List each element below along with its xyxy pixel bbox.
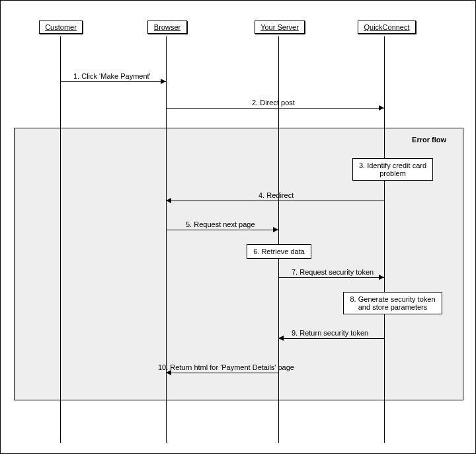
note-8-label: 8. Generate security token and store par…	[350, 295, 435, 311]
lifeline-quickconnect	[384, 36, 385, 443]
note-6: 6. Retrieve data	[247, 244, 311, 259]
message-5-line	[166, 230, 278, 230]
message-10-arrow	[166, 370, 171, 375]
actor-quickconnect-label: QuickConnect	[364, 23, 409, 31]
message-2-label: 2. Direct post	[252, 99, 295, 107]
actor-customer: Customer	[39, 21, 83, 34]
message-1-label: 1. Click 'Make Payment'	[73, 72, 151, 80]
message-7-line	[278, 277, 384, 278]
note-8: 8. Generate security token and store par…	[343, 292, 442, 314]
message-9-line	[278, 338, 384, 339]
message-7-arrow	[379, 275, 384, 280]
message-2-arrow	[379, 105, 384, 111]
actor-customer-label: Customer	[45, 23, 77, 31]
note-3: 3. Identify credit card problem	[352, 158, 433, 181]
message-4-label: 4. Redirect	[258, 191, 294, 199]
lifeline-customer	[60, 36, 61, 443]
message-4-arrow	[166, 198, 171, 203]
message-10-line	[166, 373, 278, 373]
message-9-label: 9. Return security token	[292, 329, 368, 337]
error-flow-label: Error flow	[412, 136, 446, 144]
lifeline-browser	[166, 36, 167, 443]
message-4-line	[166, 201, 384, 201]
actor-quickconnect: QuickConnect	[358, 21, 416, 34]
message-10-label: 10. Return html for 'Payment Details' pa…	[158, 363, 294, 371]
message-1-arrow	[161, 79, 166, 84]
actor-browser-label: Browser	[154, 23, 180, 31]
actor-browser: Browser	[147, 21, 187, 34]
note-3-label: 3. Identify credit card problem	[359, 161, 426, 177]
message-2-line	[166, 108, 384, 109]
message-5-label: 5. Request next page	[186, 220, 255, 228]
message-1-line	[60, 81, 166, 82]
note-6-label: 6. Retrieve data	[253, 248, 305, 255]
message-9-arrow	[278, 336, 284, 341]
lifeline-server	[278, 36, 279, 443]
sequence-diagram: Error flow Customer Browser Your Server …	[0, 0, 476, 454]
actor-server-label: Your Server	[260, 23, 299, 31]
message-7-label: 7. Request security token	[292, 268, 374, 276]
actor-server: Your Server	[255, 21, 305, 34]
message-5-arrow	[273, 227, 278, 232]
